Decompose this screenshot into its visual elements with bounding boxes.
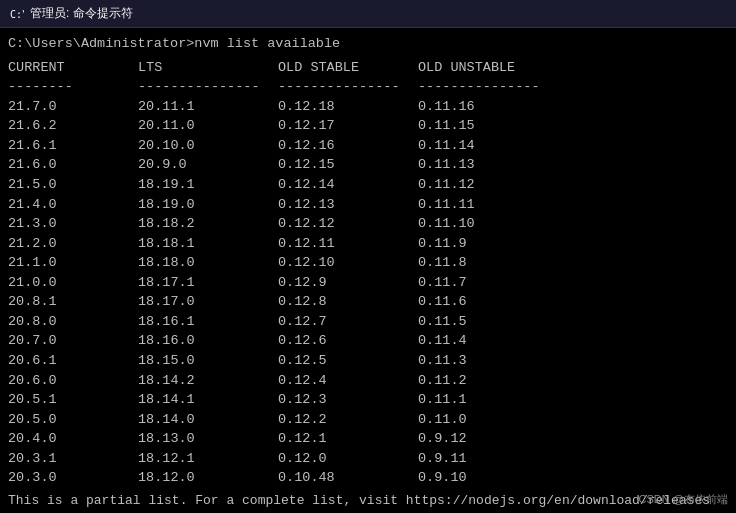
table-row: 21.3.0 18.18.2 0.12.12 0.11.10: [8, 214, 728, 234]
table-row: 20.3.1 18.12.1 0.12.0 0.9.11: [8, 449, 728, 469]
cell-old-stable: 0.12.12: [278, 214, 418, 234]
table-row: 20.6.0 18.14.2 0.12.4 0.11.2: [8, 371, 728, 391]
table-row: 21.0.0 18.17.1 0.12.9 0.11.7: [8, 273, 728, 293]
cell-old-stable: 0.12.8: [278, 292, 418, 312]
cell-old-unstable: 0.11.0: [418, 410, 558, 430]
cell-current: 21.3.0: [8, 214, 138, 234]
cell-old-stable: 0.12.3: [278, 390, 418, 410]
cell-current: 21.0.0: [8, 273, 138, 293]
cell-old-unstable: 0.11.8: [418, 253, 558, 273]
cell-current: 20.3.1: [8, 449, 138, 469]
cmd-icon: C:\: [8, 6, 24, 22]
cell-old-unstable: 0.11.14: [418, 136, 558, 156]
footer-text: This is a partial list. For a complete l…: [8, 492, 728, 511]
cell-lts: 18.12.0: [138, 468, 278, 488]
table-row: 20.4.0 18.13.0 0.12.1 0.9.12: [8, 429, 728, 449]
header-old-stable: OLD STABLE: [278, 58, 418, 78]
cell-old-stable: 0.12.14: [278, 175, 418, 195]
table-row: 21.1.0 18.18.0 0.12.10 0.11.8: [8, 253, 728, 273]
header-old-unstable: OLD UNSTABLE: [418, 58, 558, 78]
nvm-table: CURRENT LTS OLD STABLE OLD UNSTABLE ----…: [8, 58, 728, 488]
cell-old-unstable: 0.11.11: [418, 195, 558, 215]
cell-old-unstable: 0.9.11: [418, 449, 558, 469]
cell-old-stable: 0.12.0: [278, 449, 418, 469]
header-lts: LTS: [138, 58, 278, 78]
cell-lts: 20.9.0: [138, 155, 278, 175]
cell-old-stable: 0.12.16: [278, 136, 418, 156]
table-row: 20.7.0 18.16.0 0.12.6 0.11.4: [8, 331, 728, 351]
cell-old-unstable: 0.9.10: [418, 468, 558, 488]
table-header: CURRENT LTS OLD STABLE OLD UNSTABLE: [8, 58, 728, 78]
cell-current: 21.6.0: [8, 155, 138, 175]
table-row: 20.5.1 18.14.1 0.12.3 0.11.1: [8, 390, 728, 410]
cell-lts: 18.14.0: [138, 410, 278, 430]
cell-current: 20.8.1: [8, 292, 138, 312]
divider-old-unstable: ---------------: [418, 77, 558, 97]
cell-old-stable: 0.12.13: [278, 195, 418, 215]
cell-lts: 18.16.0: [138, 331, 278, 351]
cell-old-unstable: 0.11.7: [418, 273, 558, 293]
divider-current: --------: [8, 77, 138, 97]
cell-lts: 20.11.1: [138, 97, 278, 117]
cell-old-unstable: 0.11.2: [418, 371, 558, 391]
cell-lts: 18.14.1: [138, 390, 278, 410]
table-row: 20.8.1 18.17.0 0.12.8 0.11.6: [8, 292, 728, 312]
cell-lts: 18.18.1: [138, 234, 278, 254]
cell-lts: 18.17.1: [138, 273, 278, 293]
cell-lts: 18.18.0: [138, 253, 278, 273]
cell-old-unstable: 0.9.12: [418, 429, 558, 449]
cell-current: 21.6.2: [8, 116, 138, 136]
cell-old-stable: 0.12.1: [278, 429, 418, 449]
cell-lts: 18.19.0: [138, 195, 278, 215]
cell-old-stable: 0.10.48: [278, 468, 418, 488]
cell-old-stable: 0.12.4: [278, 371, 418, 391]
cell-old-unstable: 0.11.9: [418, 234, 558, 254]
cell-lts: 20.10.0: [138, 136, 278, 156]
cell-current: 20.6.1: [8, 351, 138, 371]
divider-lts: ---------------: [138, 77, 278, 97]
cell-old-stable: 0.12.11: [278, 234, 418, 254]
table-divider: -------- --------------- ---------------…: [8, 77, 728, 97]
watermark: CSDN @布依前端: [639, 492, 728, 507]
table-row: 21.4.0 18.19.0 0.12.13 0.11.11: [8, 195, 728, 215]
cell-old-unstable: 0.11.3: [418, 351, 558, 371]
cell-old-stable: 0.12.18: [278, 97, 418, 117]
table-row: 21.6.1 20.10.0 0.12.16 0.11.14: [8, 136, 728, 156]
cell-current: 20.8.0: [8, 312, 138, 332]
cell-current: 20.7.0: [8, 331, 138, 351]
cell-lts: 20.11.0: [138, 116, 278, 136]
cell-lts: 18.14.2: [138, 371, 278, 391]
table-row: 21.6.2 20.11.0 0.12.17 0.11.15: [8, 116, 728, 136]
command-line: C:\Users\Administrator>nvm list availabl…: [8, 34, 728, 54]
divider-old-stable: ---------------: [278, 77, 418, 97]
cell-current: 21.4.0: [8, 195, 138, 215]
title-bar-text: 管理员: 命令提示符: [30, 5, 133, 22]
cell-lts: 18.15.0: [138, 351, 278, 371]
cell-current: 21.6.1: [8, 136, 138, 156]
cell-current: 21.5.0: [8, 175, 138, 195]
cell-lts: 18.19.1: [138, 175, 278, 195]
cell-old-stable: 0.12.2: [278, 410, 418, 430]
cell-old-stable: 0.12.5: [278, 351, 418, 371]
cell-old-stable: 0.12.6: [278, 331, 418, 351]
svg-text:C:\: C:\: [10, 9, 24, 20]
terminal-window: C:\Users\Administrator>nvm list availabl…: [0, 28, 736, 513]
cell-lts: 18.13.0: [138, 429, 278, 449]
cell-old-unstable: 0.11.4: [418, 331, 558, 351]
cell-old-unstable: 0.11.13: [418, 155, 558, 175]
cell-old-stable: 0.12.9: [278, 273, 418, 293]
cell-old-unstable: 0.11.15: [418, 116, 558, 136]
title-bar: C:\ 管理员: 命令提示符: [0, 0, 736, 28]
cell-current: 20.5.0: [8, 410, 138, 430]
cell-old-stable: 0.12.7: [278, 312, 418, 332]
table-row: 20.3.0 18.12.0 0.10.48 0.9.10: [8, 468, 728, 488]
cell-old-stable: 0.12.17: [278, 116, 418, 136]
header-current: CURRENT: [8, 58, 138, 78]
table-row: 20.8.0 18.16.1 0.12.7 0.11.5: [8, 312, 728, 332]
cell-current: 20.5.1: [8, 390, 138, 410]
cell-lts: 18.12.1: [138, 449, 278, 469]
table-row: 20.5.0 18.14.0 0.12.2 0.11.0: [8, 410, 728, 430]
cell-current: 21.1.0: [8, 253, 138, 273]
table-row: 21.7.0 20.11.1 0.12.18 0.11.16: [8, 97, 728, 117]
cell-current: 20.6.0: [8, 371, 138, 391]
